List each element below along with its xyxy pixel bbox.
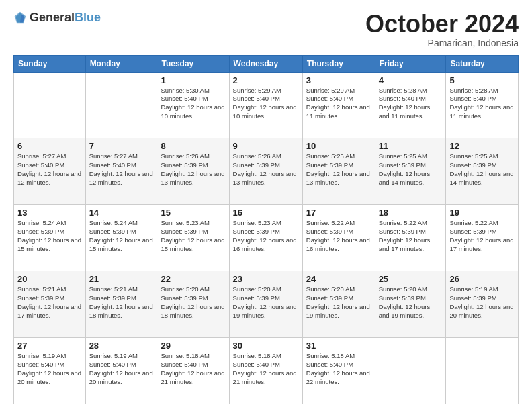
day-info: Sunrise: 5:24 AM Sunset: 5:39 PM Dayligh… [17, 219, 82, 253]
table-row: 4Sunrise: 5:28 AM Sunset: 5:40 PM Daylig… [375, 72, 446, 138]
col-saturday: Saturday [446, 55, 519, 72]
logo-text: GeneralBlue [30, 11, 101, 24]
day-number: 2 [233, 75, 299, 85]
table-row: 12Sunrise: 5:25 AM Sunset: 5:39 PM Dayli… [446, 138, 519, 205]
day-info: Sunrise: 5:28 AM Sunset: 5:40 PM Dayligh… [379, 87, 443, 121]
day-info: Sunrise: 5:29 AM Sunset: 5:40 PM Dayligh… [233, 87, 299, 121]
day-number: 4 [379, 75, 443, 85]
day-number: 28 [89, 340, 154, 351]
table-row: 25Sunrise: 5:20 AM Sunset: 5:39 PM Dayli… [375, 271, 446, 338]
logo: GeneralBlue [13, 11, 101, 24]
table-row: 15Sunrise: 5:23 AM Sunset: 5:39 PM Dayli… [157, 205, 229, 271]
day-info: Sunrise: 5:25 AM Sunset: 5:39 PM Dayligh… [306, 152, 371, 187]
table-row: 2Sunrise: 5:29 AM Sunset: 5:40 PM Daylig… [229, 72, 302, 138]
table-row: 28Sunrise: 5:19 AM Sunset: 5:40 PM Dayli… [85, 338, 157, 404]
day-number: 31 [306, 340, 371, 351]
day-info: Sunrise: 5:22 AM Sunset: 5:39 PM Dayligh… [379, 219, 443, 253]
table-row: 13Sunrise: 5:24 AM Sunset: 5:39 PM Dayli… [14, 205, 86, 271]
day-number: 18 [379, 208, 443, 218]
day-number: 20 [17, 274, 82, 284]
month-title: October 2024 [365, 11, 519, 38]
day-number: 11 [379, 141, 443, 151]
day-number: 1 [161, 75, 225, 85]
table-row: 20Sunrise: 5:21 AM Sunset: 5:39 PM Dayli… [14, 271, 86, 338]
table-row: 26Sunrise: 5:19 AM Sunset: 5:39 PM Dayli… [446, 271, 519, 338]
table-row: 17Sunrise: 5:22 AM Sunset: 5:39 PM Dayli… [302, 205, 375, 271]
calendar-week-row: 20Sunrise: 5:21 AM Sunset: 5:39 PM Dayli… [14, 271, 519, 338]
day-number: 21 [89, 274, 154, 284]
table-row: 3Sunrise: 5:29 AM Sunset: 5:40 PM Daylig… [302, 72, 375, 138]
calendar-header: GeneralBlue October 2024 Pamarican, Indo… [13, 11, 519, 48]
logo-general: General [30, 11, 75, 24]
day-number: 23 [233, 274, 299, 284]
day-number: 13 [17, 208, 82, 218]
day-number: 30 [233, 340, 299, 351]
day-number: 26 [449, 274, 515, 284]
day-number: 12 [449, 141, 515, 151]
table-row: 29Sunrise: 5:18 AM Sunset: 5:40 PM Dayli… [157, 338, 229, 404]
day-info: Sunrise: 5:30 AM Sunset: 5:40 PM Dayligh… [161, 87, 225, 121]
calendar-week-row: 13Sunrise: 5:24 AM Sunset: 5:39 PM Dayli… [14, 205, 519, 271]
logo-blue: Blue [75, 11, 101, 24]
day-info: Sunrise: 5:20 AM Sunset: 5:39 PM Dayligh… [161, 285, 225, 320]
calendar-header-row: Sunday Monday Tuesday Wednesday Thursday… [14, 55, 519, 72]
table-row: 14Sunrise: 5:24 AM Sunset: 5:39 PM Dayli… [85, 205, 157, 271]
calendar-page: GeneralBlue October 2024 Pamarican, Indo… [0, 0, 532, 411]
calendar-week-row: 1Sunrise: 5:30 AM Sunset: 5:40 PM Daylig… [14, 72, 519, 138]
day-info: Sunrise: 5:18 AM Sunset: 5:40 PM Dayligh… [306, 352, 371, 386]
day-info: Sunrise: 5:26 AM Sunset: 5:39 PM Dayligh… [233, 152, 299, 187]
day-number: 17 [306, 208, 371, 218]
day-info: Sunrise: 5:20 AM Sunset: 5:39 PM Dayligh… [379, 285, 443, 320]
day-number: 25 [379, 274, 443, 284]
day-info: Sunrise: 5:20 AM Sunset: 5:39 PM Dayligh… [233, 285, 299, 320]
day-number: 7 [89, 141, 154, 151]
table-row: 1Sunrise: 5:30 AM Sunset: 5:40 PM Daylig… [157, 72, 229, 138]
day-info: Sunrise: 5:24 AM Sunset: 5:39 PM Dayligh… [89, 219, 154, 253]
calendar-table: Sunday Monday Tuesday Wednesday Thursday… [13, 55, 519, 404]
table-row: 18Sunrise: 5:22 AM Sunset: 5:39 PM Dayli… [375, 205, 446, 271]
day-info: Sunrise: 5:21 AM Sunset: 5:39 PM Dayligh… [89, 285, 154, 320]
table-row: 9Sunrise: 5:26 AM Sunset: 5:39 PM Daylig… [229, 138, 302, 205]
calendar-week-row: 6Sunrise: 5:27 AM Sunset: 5:40 PM Daylig… [14, 138, 519, 205]
location-title: Pamarican, Indonesia [365, 38, 519, 48]
day-info: Sunrise: 5:18 AM Sunset: 5:40 PM Dayligh… [161, 352, 225, 386]
day-info: Sunrise: 5:28 AM Sunset: 5:40 PM Dayligh… [449, 87, 515, 121]
day-number: 24 [306, 274, 371, 284]
col-sunday: Sunday [14, 55, 86, 72]
day-info: Sunrise: 5:22 AM Sunset: 5:39 PM Dayligh… [306, 219, 371, 253]
table-row: 5Sunrise: 5:28 AM Sunset: 5:40 PM Daylig… [446, 72, 519, 138]
day-number: 3 [306, 75, 371, 85]
day-info: Sunrise: 5:23 AM Sunset: 5:39 PM Dayligh… [161, 219, 225, 253]
day-number: 10 [306, 141, 371, 151]
col-wednesday: Wednesday [229, 55, 302, 72]
table-row [85, 72, 157, 138]
table-row: 31Sunrise: 5:18 AM Sunset: 5:40 PM Dayli… [302, 338, 375, 404]
title-block: October 2024 Pamarican, Indonesia [365, 11, 519, 48]
col-friday: Friday [375, 55, 446, 72]
day-number: 27 [17, 340, 82, 351]
table-row: 30Sunrise: 5:18 AM Sunset: 5:40 PM Dayli… [229, 338, 302, 404]
day-info: Sunrise: 5:27 AM Sunset: 5:40 PM Dayligh… [17, 152, 82, 187]
col-thursday: Thursday [302, 55, 375, 72]
table-row [375, 338, 446, 404]
day-info: Sunrise: 5:23 AM Sunset: 5:39 PM Dayligh… [233, 219, 299, 253]
day-number: 14 [89, 208, 154, 218]
day-info: Sunrise: 5:19 AM Sunset: 5:39 PM Dayligh… [449, 285, 515, 320]
day-number: 5 [449, 75, 515, 85]
table-row: 16Sunrise: 5:23 AM Sunset: 5:39 PM Dayli… [229, 205, 302, 271]
table-row: 21Sunrise: 5:21 AM Sunset: 5:39 PM Dayli… [85, 271, 157, 338]
day-info: Sunrise: 5:26 AM Sunset: 5:39 PM Dayligh… [161, 152, 225, 187]
day-number: 8 [161, 141, 225, 151]
day-info: Sunrise: 5:19 AM Sunset: 5:40 PM Dayligh… [89, 352, 154, 386]
calendar-week-row: 27Sunrise: 5:19 AM Sunset: 5:40 PM Dayli… [14, 338, 519, 404]
table-row: 10Sunrise: 5:25 AM Sunset: 5:39 PM Dayli… [302, 138, 375, 205]
day-number: 15 [161, 208, 225, 218]
day-info: Sunrise: 5:18 AM Sunset: 5:40 PM Dayligh… [233, 352, 299, 386]
day-number: 16 [233, 208, 299, 218]
logo-icon [13, 11, 27, 24]
table-row: 27Sunrise: 5:19 AM Sunset: 5:40 PM Dayli… [14, 338, 86, 404]
day-number: 9 [233, 141, 299, 151]
table-row: 19Sunrise: 5:22 AM Sunset: 5:39 PM Dayli… [446, 205, 519, 271]
day-info: Sunrise: 5:27 AM Sunset: 5:40 PM Dayligh… [89, 152, 154, 187]
table-row [14, 72, 86, 138]
